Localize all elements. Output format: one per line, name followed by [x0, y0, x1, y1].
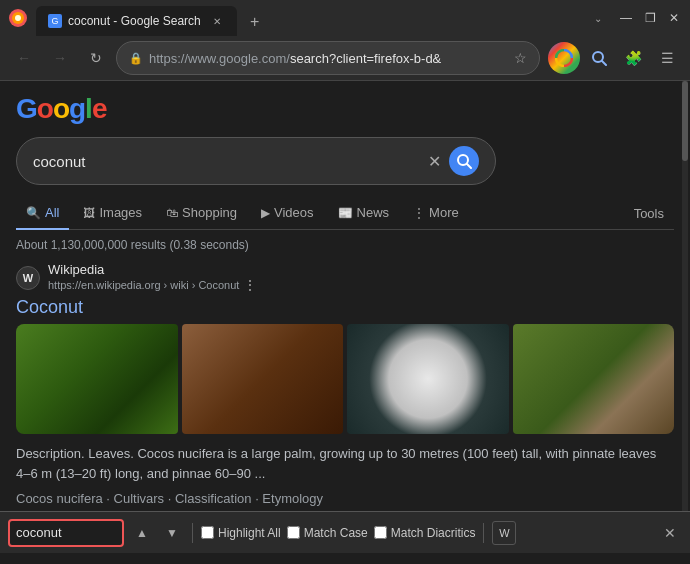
- find-previous-button[interactable]: ▲: [130, 521, 154, 545]
- svg-line-6: [467, 164, 471, 168]
- tab-title: coconut - Google Search: [68, 14, 201, 28]
- active-tab[interactable]: G coconut - Google Search ✕: [36, 6, 237, 36]
- tab-images[interactable]: 🖼 Images: [73, 197, 152, 230]
- find-separator-1: [192, 523, 193, 543]
- maximize-button[interactable]: ❒: [642, 10, 658, 26]
- firefox-icon: [8, 8, 28, 28]
- url-main: search?client=firefox-b-d&: [290, 51, 441, 66]
- search-clear-button[interactable]: ✕: [428, 152, 441, 171]
- new-tab-button[interactable]: +: [241, 8, 269, 36]
- search-toolbar-icon[interactable]: [584, 43, 614, 73]
- address-bar[interactable]: 🔒 https://www.google.com/search?client=f…: [116, 41, 540, 75]
- google-logo: Google: [16, 93, 674, 125]
- match-case-checkbox[interactable]: Match Case: [287, 526, 368, 540]
- news-icon: 📰: [338, 206, 353, 220]
- results-count: About 1,130,000,000 results (0.38 second…: [16, 238, 674, 252]
- highlight-all-input[interactable]: [201, 526, 214, 539]
- url-text: https://www.google.com/search?client=fir…: [149, 51, 508, 66]
- url-prefix: https://www.google.com/: [149, 51, 290, 66]
- menu-icon[interactable]: ☰: [652, 43, 682, 73]
- gallery-image-4[interactable]: [513, 324, 675, 434]
- search-query-text: coconut: [33, 153, 428, 170]
- tab-shopping[interactable]: 🛍 Shopping: [156, 197, 247, 230]
- tab-more-label: More: [429, 205, 459, 220]
- gallery-image-2[interactable]: [182, 324, 344, 434]
- wiki-favicon: W: [16, 266, 40, 290]
- tab-shopping-label: Shopping: [182, 205, 237, 220]
- find-next-button[interactable]: ▼: [160, 521, 184, 545]
- extensions-icon[interactable]: 🧩: [618, 43, 648, 73]
- partial-result: Cocos nucifera · Cultivars · Classificat…: [16, 491, 674, 506]
- tab-images-label: Images: [99, 205, 142, 220]
- match-diacritics-checkbox[interactable]: Match Diacritics: [374, 526, 476, 540]
- logo-o2: o: [53, 93, 69, 124]
- match-diacritics-input[interactable]: [374, 526, 387, 539]
- search-submit-button[interactable]: [449, 146, 479, 176]
- find-separator-2: [483, 523, 484, 543]
- toolbar-icons: 🧩 ☰: [548, 42, 682, 74]
- find-toolbar: ▲ ▼ Highlight All Match Case Match Diacr…: [0, 511, 690, 553]
- logo-l: l: [85, 93, 92, 124]
- title-bar: G coconut - Google Search ✕ + ⌄ — ❒ ✕: [0, 0, 690, 36]
- all-icon: 🔍: [26, 206, 41, 220]
- tab-all-label: All: [45, 205, 59, 220]
- wiki-name: Wikipedia: [48, 262, 674, 277]
- wiki-url: https://en.wikipedia.org › wiki › Coconu…: [48, 279, 239, 291]
- back-button[interactable]: ←: [8, 42, 40, 74]
- window-controls: — ❒ ✕: [610, 10, 682, 26]
- forward-button[interactable]: →: [44, 42, 76, 74]
- lens-icon[interactable]: [548, 42, 580, 74]
- svg-point-2: [15, 15, 21, 21]
- highlight-all-checkbox[interactable]: Highlight All: [201, 526, 281, 540]
- wiki-info: Wikipedia https://en.wikipedia.org › wik…: [48, 262, 674, 293]
- videos-icon: ▶: [261, 206, 270, 220]
- refresh-button[interactable]: ↻: [80, 42, 112, 74]
- lock-icon: 🔒: [129, 52, 143, 65]
- description-text: Description. Leaves. Cocos nucifera is a…: [16, 444, 674, 483]
- tab-videos[interactable]: ▶ Videos: [251, 197, 324, 230]
- find-input-container[interactable]: [8, 519, 124, 547]
- search-page: Google coconut ✕ 🔍 All 🖼 Images: [0, 81, 690, 511]
- logo-g2: g: [69, 93, 85, 124]
- images-icon: 🖼: [83, 206, 95, 220]
- find-input[interactable]: [16, 525, 116, 540]
- tab-more[interactable]: ⋮ More: [403, 197, 469, 230]
- whole-word-button[interactable]: W: [492, 521, 516, 545]
- search-box[interactable]: coconut ✕: [16, 137, 496, 185]
- tab-news[interactable]: 📰 News: [328, 197, 400, 230]
- tabs-dropdown-arrow[interactable]: ⌄: [594, 13, 602, 24]
- nav-bar: ← → ↻ 🔒 https://www.google.com/search?cl…: [0, 36, 690, 80]
- highlight-all-label: Highlight All: [218, 526, 281, 540]
- tab-all[interactable]: 🔍 All: [16, 197, 69, 230]
- logo-o1: o: [37, 93, 53, 124]
- more-icon: ⋮: [413, 206, 425, 220]
- tabs-container: G coconut - Google Search ✕ +: [36, 0, 594, 36]
- gallery-image-1[interactable]: [16, 324, 178, 434]
- close-button[interactable]: ✕: [666, 10, 682, 26]
- result-title[interactable]: Coconut: [16, 297, 674, 318]
- tab-favicon: G: [48, 14, 62, 28]
- minimize-button[interactable]: —: [618, 10, 634, 26]
- wiki-header: W Wikipedia https://en.wikipedia.org › w…: [16, 262, 674, 293]
- gallery-image-3[interactable]: [347, 324, 509, 434]
- search-tabs: 🔍 All 🖼 Images 🛍 Shopping ▶ Videos 📰 New…: [16, 197, 674, 230]
- bookmark-star-icon[interactable]: ☆: [514, 50, 527, 66]
- find-close-button[interactable]: ✕: [658, 521, 682, 545]
- match-case-input[interactable]: [287, 526, 300, 539]
- logo-g1: G: [16, 93, 37, 124]
- match-diacritics-label: Match Diacritics: [391, 526, 476, 540]
- tools-button[interactable]: Tools: [624, 198, 674, 229]
- tab-close-button[interactable]: ✕: [209, 13, 225, 29]
- scroll-thumb[interactable]: [682, 81, 688, 161]
- match-case-label: Match Case: [304, 526, 368, 540]
- shopping-icon: 🛍: [166, 206, 178, 220]
- wiki-url-row: https://en.wikipedia.org › wiki › Coconu…: [48, 277, 674, 293]
- logo-e: e: [92, 93, 107, 124]
- page-content: Google coconut ✕ 🔍 All 🖼 Images: [0, 81, 690, 511]
- tab-news-label: News: [357, 205, 390, 220]
- wikipedia-result: W Wikipedia https://en.wikipedia.org › w…: [16, 262, 674, 483]
- wiki-more-button[interactable]: ⋮: [243, 277, 257, 293]
- scrollbar[interactable]: [682, 81, 688, 511]
- svg-line-4: [602, 61, 606, 65]
- browser-chrome: G coconut - Google Search ✕ + ⌄ — ❒ ✕ ← …: [0, 0, 690, 81]
